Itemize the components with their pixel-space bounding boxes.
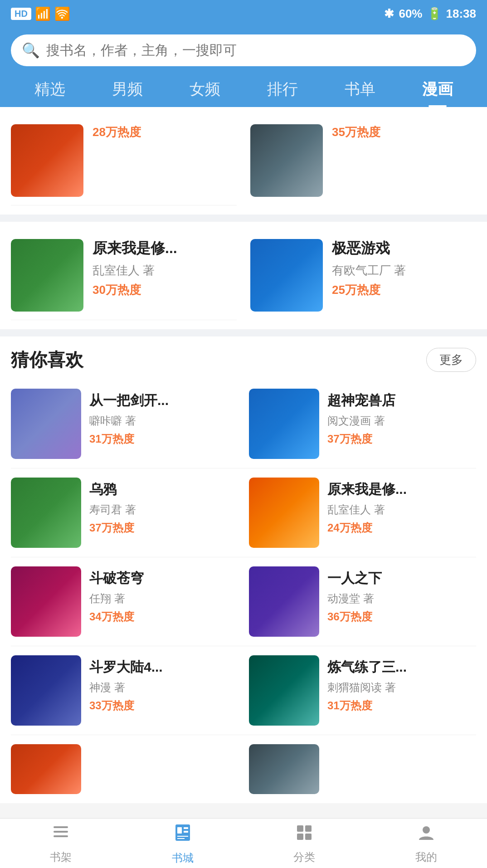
book-item-author-1: 阅文漫画 著 (327, 414, 476, 428)
books-row-3: 斗罗大陆4... 神漫 著 33万热度 炼气练了三... 刺猬猫阅读 著 31万… (11, 646, 476, 735)
book-cover-2 (11, 478, 81, 548)
featured-cover-0 (11, 239, 83, 312)
book-item-hot-4: 34万热度 (89, 610, 238, 624)
status-left: HD 📶 🛜 (11, 6, 70, 21)
featured-title-0: 原来我是修... (93, 239, 237, 258)
bluetooth-icon: ✱ (384, 7, 394, 21)
featured-info-0: 原来我是修... 乱室佳人 著 30万热度 (93, 239, 237, 298)
featured-title-1: 极恶游戏 (332, 239, 476, 258)
svg-rect-11 (297, 834, 303, 840)
featured-hot-0: 30万热度 (93, 282, 237, 298)
guess-title: 猜你喜欢 (11, 347, 83, 372)
search-icon: 🔍 (22, 42, 40, 59)
book-item-2[interactable]: 乌鸦 寿司君 著 37万热度 (11, 478, 238, 548)
book-item-author-6: 神漫 著 (89, 680, 238, 695)
book-item-info-1: 超神宠兽店 阅文漫画 著 37万热度 (327, 389, 476, 446)
app-header: 🔍 精选 男频 女频 排行 书单 漫画 (0, 27, 487, 107)
book-item-title-2: 乌鸦 (89, 480, 238, 498)
svg-rect-0 (54, 826, 68, 828)
nav-label-shucheng: 书城 (172, 851, 194, 865)
featured-book-1[interactable]: 极恶游戏 有欧气工厂 著 25万热度 (250, 231, 476, 320)
book-item-author-5: 动漫堂 著 (327, 591, 476, 606)
top-hot-right: 35万热度 (332, 124, 476, 140)
search-input[interactable] (46, 43, 465, 58)
tab-paihang[interactable]: 排行 (267, 75, 298, 107)
book-cover-7 (249, 655, 319, 726)
book-cover-1 (249, 389, 319, 459)
book-item-3[interactable]: 原来我是修... 乱室佳人 著 24万热度 (249, 478, 476, 548)
featured-row: 原来我是修... 乱室佳人 著 30万热度 极恶游戏 有欧气工厂 著 25万热度 (11, 231, 476, 320)
signal-icon: 📶 (35, 6, 51, 21)
guess-section-header: 猜你喜欢 更多 (0, 336, 487, 380)
book-cover-0 (11, 389, 81, 459)
nav-item-shucheng[interactable]: 书城 (122, 822, 244, 865)
nav-label-wode: 我的 (415, 850, 437, 864)
books-row-partial (11, 735, 476, 794)
book-item-7[interactable]: 炼气练了三... 刺猬猫阅读 著 31万热度 (249, 655, 476, 726)
book-item-title-5: 一人之下 (327, 569, 476, 587)
featured-book-0[interactable]: 原来我是修... 乱室佳人 著 30万热度 (11, 231, 237, 320)
book-item-title-6: 斗罗大陆4... (89, 658, 238, 676)
book-item-partial-left[interactable] (11, 744, 238, 794)
book-item-author-4: 任翔 著 (89, 591, 238, 606)
svg-rect-10 (305, 825, 312, 832)
tab-jingxuan[interactable]: 精选 (34, 75, 65, 107)
tab-manhua[interactable]: 漫画 (422, 75, 453, 107)
book-cover-partial-left (11, 744, 81, 794)
book-item-hot-6: 33万热度 (89, 698, 238, 713)
book-item-info-5: 一人之下 动漫堂 著 36万热度 (327, 566, 476, 624)
book-cover-partial-right (249, 744, 319, 794)
more-button[interactable]: 更多 (426, 348, 476, 372)
book-item-0[interactable]: 从一把剑开... 噼咔噼 著 31万热度 (11, 389, 238, 459)
top-book-left-info: 28万热度 (93, 124, 237, 140)
nav-label-fenlei: 分类 (293, 850, 315, 864)
top-book-right[interactable]: 35万热度 (250, 116, 476, 205)
nav-item-fenlei[interactable]: 分类 (244, 823, 365, 864)
book-item-info-6: 斗罗大陆4... 神漫 著 33万热度 (89, 655, 238, 713)
battery-percent: 60% (399, 7, 422, 21)
book-cover-4 (11, 566, 81, 637)
book-item-6[interactable]: 斗罗大陆4... 神漫 著 33万热度 (11, 655, 238, 726)
tab-nanpin[interactable]: 男频 (112, 75, 143, 107)
book-item-partial-right[interactable] (249, 744, 476, 794)
tab-nüpin[interactable]: 女频 (190, 75, 220, 107)
search-bar[interactable]: 🔍 (11, 34, 476, 66)
featured-section: 原来我是修... 乱室佳人 著 30万热度 极恶游戏 有欧气工厂 著 25万热度 (0, 222, 487, 329)
featured-author-1: 有欧气工厂 著 (332, 263, 476, 278)
top-hot-left: 28万热度 (93, 124, 237, 140)
book-item-info-4: 斗破苍穹 任翔 著 34万热度 (89, 566, 238, 624)
book-item-info-partial-right (327, 744, 476, 747)
top-book-left[interactable]: 28万热度 (11, 116, 237, 205)
nav-item-shujia[interactable]: 书架 (0, 823, 122, 864)
nav-item-wode[interactable]: 我的 (365, 823, 487, 864)
status-right: ✱ 60% 🔋 18:38 (384, 7, 476, 21)
hd-badge: HD (11, 8, 31, 20)
book-item-5[interactable]: 一人之下 动漫堂 著 36万热度 (249, 566, 476, 637)
book-item-4[interactable]: 斗破苍穹 任翔 著 34万热度 (11, 566, 238, 637)
book-item-info-0: 从一把剑开... 噼咔噼 著 31万热度 (89, 389, 238, 446)
books-row-2: 斗破苍穹 任翔 著 34万热度 一人之下 动漫堂 著 36万热度 (11, 557, 476, 646)
status-bar: HD 📶 🛜 ✱ 60% 🔋 18:38 (0, 0, 487, 27)
gap-1 (0, 215, 487, 222)
shucheng-icon (172, 822, 194, 848)
shujia-icon (51, 823, 71, 847)
book-item-info-3: 原来我是修... 乱室佳人 著 24万热度 (327, 478, 476, 535)
book-item-1[interactable]: 超神宠兽店 阅文漫画 著 37万热度 (249, 389, 476, 459)
bottom-nav: 书架 书城 分类 (0, 818, 487, 868)
top-cover-left (11, 124, 83, 197)
book-cover-5 (249, 566, 319, 637)
book-item-hot-1: 37万热度 (327, 432, 476, 446)
top-partial-section: 28万热度 35万热度 (0, 107, 487, 215)
book-item-hot-5: 36万热度 (327, 610, 476, 624)
nav-label-shujia: 书架 (50, 850, 72, 864)
svg-rect-1 (54, 831, 68, 833)
book-cover-6 (11, 655, 81, 726)
featured-author-0: 乱室佳人 著 (93, 263, 237, 278)
featured-hot-1: 25万热度 (332, 282, 476, 298)
book-item-author-7: 刺猬猫阅读 著 (327, 680, 476, 695)
tab-shudан[interactable]: 书单 (345, 75, 375, 107)
featured-cover-1 (250, 239, 323, 312)
top-book-right-info: 35万热度 (332, 124, 476, 140)
featured-info-1: 极恶游戏 有欧气工厂 著 25万热度 (332, 239, 476, 298)
time-display: 18:38 (446, 7, 477, 21)
